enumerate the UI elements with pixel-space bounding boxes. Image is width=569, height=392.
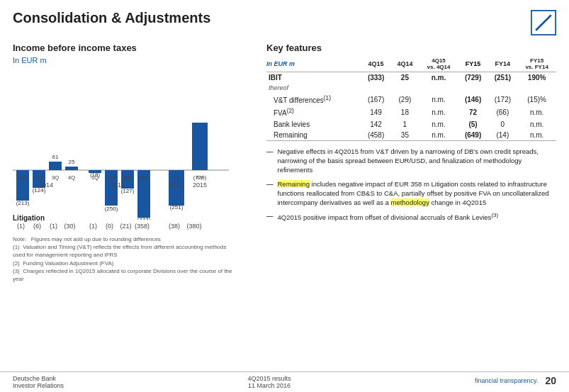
footer-date: 11 March 2016 xyxy=(248,382,291,389)
highlight-remaining: Remaining xyxy=(278,180,310,188)
svg-rect-9 xyxy=(65,167,78,170)
svg-text:(250): (250) xyxy=(105,206,118,212)
col-header-fy14: FY14 xyxy=(488,56,517,72)
ibit-4q14: 25 xyxy=(390,72,419,84)
main-content: Income before income taxes In EUR m (213… xyxy=(13,43,556,283)
svg-line-1 xyxy=(536,15,551,30)
ibit-fy14: (251) xyxy=(488,72,517,84)
svg-text:3Q: 3Q xyxy=(124,174,132,181)
svg-rect-21 xyxy=(192,123,208,170)
svg-text:2Q: 2Q xyxy=(108,174,116,181)
bar-chart: (213) (124) 61 25 (18) (250) xyxy=(13,67,240,220)
col-header-label: In EUR m xyxy=(266,56,361,72)
lit-val-2q14: (6) xyxy=(29,223,45,230)
page-title: Consolidation & Adjustments xyxy=(13,10,210,26)
vt-label: V&T differences(1) xyxy=(266,93,361,106)
fva-4q15: 149 xyxy=(361,106,391,118)
bullet-dash-2: — xyxy=(266,179,274,189)
lit-val-2q15: (0) xyxy=(101,223,118,230)
highlight-methodology: methodology xyxy=(391,198,429,206)
bullet-item-1: — Negative effects in 4Q2015 from V&T dr… xyxy=(266,147,556,175)
bullet-item-3: — 4Q2015 positive impact from offset of … xyxy=(266,211,556,222)
lit-val-fy15: (380) xyxy=(184,223,204,230)
note-3: (3) Charges reflected in 1Q2015 allocate… xyxy=(13,267,240,283)
bullet-text-1: Negative effects in 4Q2015 from V&T driv… xyxy=(278,147,557,175)
col-header-fy15-vs: FY15vs. FY14 xyxy=(517,56,556,72)
footer-left: Deutsche Bank Investor Relations xyxy=(13,375,64,389)
footer-right: financial transparency. 20 xyxy=(475,375,556,386)
banklevies-4q15-vs: n.m. xyxy=(419,119,458,130)
table-row-ibit: IBIT (333) 25 n.m. (729) (251) 190% xyxy=(266,72,556,84)
svg-text:2015: 2015 xyxy=(111,181,125,189)
svg-text:1Q: 1Q xyxy=(19,174,27,181)
thereof-label: thereof xyxy=(266,83,361,93)
lit-spacer2 xyxy=(150,223,164,230)
lit-val-3q14: (1) xyxy=(45,223,62,230)
table-row-banklevies: Bank levies 142 1 n.m. (5) 0 n.m. xyxy=(266,119,556,130)
remaining-fy15: (649) xyxy=(458,130,488,141)
footer-report: 4Q2015 results xyxy=(248,375,291,382)
ibit-label: IBIT xyxy=(266,72,361,84)
bullet-text-2: Remaining includes negative impact of EU… xyxy=(278,179,557,208)
lit-val-4q14: (30) xyxy=(62,223,78,230)
footer-tagline: financial transparency. xyxy=(475,377,538,384)
vt-4q15-vs: n.m. xyxy=(419,93,458,106)
svg-text:2015: 2015 xyxy=(193,181,207,189)
fva-label: FVA(2) xyxy=(266,106,361,118)
income-section-title: Income before income taxes xyxy=(13,43,254,53)
fva-4q14: 18 xyxy=(390,106,419,118)
remaining-4q15-vs: n.m. xyxy=(419,130,458,141)
footer-center: 4Q2015 results 11 March 2016 xyxy=(248,375,291,389)
col-header-4q15: 4Q15 xyxy=(361,56,391,72)
banklevies-4q14: 1 xyxy=(390,119,419,130)
bullet-item-2: — Remaining includes negative impact of … xyxy=(266,179,556,208)
banklevies-fy15: (5) xyxy=(458,119,488,130)
litigation-values: (1) (6) (1) (30) (1) (0) (21) (358) (38)… xyxy=(13,223,254,230)
vt-4q15: (167) xyxy=(361,93,391,106)
bullet-dash-1: — xyxy=(266,147,274,156)
note-main: Note: Figures may not add up due to roun… xyxy=(13,235,240,243)
remaining-4q15: (458) xyxy=(361,130,391,141)
lit-val-1q14: (1) xyxy=(13,223,29,230)
col-header-fy15: FY15 xyxy=(458,56,488,72)
ibit-4q15-vs: n.m. xyxy=(419,72,458,84)
svg-text:25: 25 xyxy=(69,159,75,165)
svg-text:4Q: 4Q xyxy=(68,174,76,181)
lit-val-fy14: (38) xyxy=(164,223,184,230)
ibit-4q15: (333) xyxy=(361,72,391,84)
currency-label-left: In EUR m xyxy=(13,56,254,65)
fva-fy14: (66) xyxy=(488,106,517,118)
remaining-fy15-vs: n.m. xyxy=(517,130,556,141)
remaining-4q14: 35 xyxy=(390,130,419,141)
lit-val-3q15: (21) xyxy=(118,223,134,230)
bullets-section: — Negative effects in 4Q2015 from V&T dr… xyxy=(266,147,556,223)
svg-text:3Q: 3Q xyxy=(52,174,60,181)
lit-val-1q15: (1) xyxy=(85,223,101,230)
svg-text:61: 61 xyxy=(52,154,59,160)
svg-text:(333): (333) xyxy=(137,216,151,220)
vt-4q14: (29) xyxy=(390,93,419,106)
table-row-fva: FVA(2) 149 18 n.m. 72 (66) n.m. xyxy=(266,106,556,118)
footer-division: Investor Relations xyxy=(13,382,64,389)
notes-section: Note: Figures may not add up due to roun… xyxy=(13,235,240,283)
table-row-thereof: thereof xyxy=(266,83,556,93)
remaining-label: Remaining xyxy=(266,130,361,141)
footer-company: Deutsche Bank xyxy=(13,375,64,382)
svg-text:(213): (213) xyxy=(16,200,30,206)
ibit-fy15: (729) xyxy=(458,72,488,84)
key-features-title: Key features xyxy=(266,43,556,53)
lit-spacer xyxy=(78,223,85,230)
bullet-text-3: 4Q2015 positive impact from offset of di… xyxy=(278,211,557,222)
page: Consolidation & Adjustments Income befor… xyxy=(0,0,569,392)
svg-rect-7 xyxy=(49,162,62,170)
bullet-dash-3: — xyxy=(266,211,274,220)
fva-4q15-vs: n.m. xyxy=(419,106,458,118)
fva-fy15: 72 xyxy=(458,106,488,118)
header: Consolidation & Adjustments xyxy=(13,10,556,35)
ibit-fy15-vs: 190% xyxy=(517,72,556,84)
note-2: (2) Funding Valuation Adjustment (FVA) xyxy=(13,259,240,267)
fva-fy15-vs: n.m. xyxy=(517,106,556,118)
banklevies-fy15-vs: n.m. xyxy=(517,119,556,130)
footer: Deutsche Bank Investor Relations 4Q2015 … xyxy=(0,371,569,392)
vt-fy15: (146) xyxy=(458,93,488,106)
